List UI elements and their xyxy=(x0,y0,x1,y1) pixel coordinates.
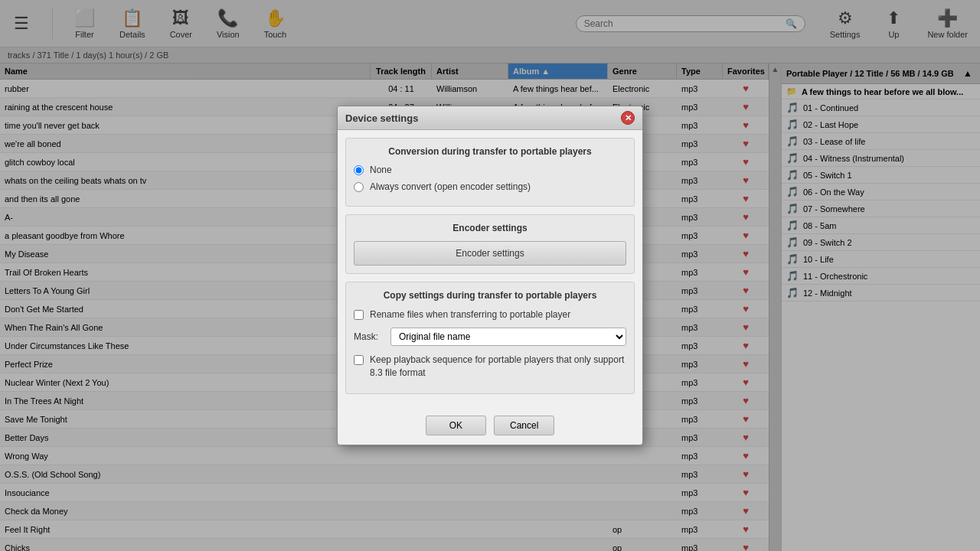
dialog-footer: OK Cancel xyxy=(338,409,642,445)
cancel-button[interactable]: Cancel xyxy=(494,416,554,435)
conversion-section-title: Conversion during transfer to portable p… xyxy=(354,146,626,157)
radio-none-row: None xyxy=(354,165,626,175)
dialog-body: Conversion during transfer to portable p… xyxy=(338,130,642,409)
dialog-overlay: Device settings ✕ Conversion during tran… xyxy=(0,0,980,551)
radio-always-convert-row: Always convert (open encoder settings) xyxy=(354,181,626,192)
keep-checkbox[interactable] xyxy=(354,355,364,365)
dialog-title: Device settings xyxy=(345,112,418,124)
keep-checkbox-label: Keep playback sequence for portable play… xyxy=(370,354,626,380)
dialog-titlebar: Device settings ✕ xyxy=(338,106,642,130)
mask-select[interactable]: Original file name Custom xyxy=(390,328,626,346)
rename-checkbox-label: Rename files when transferring to portab… xyxy=(370,308,570,321)
radio-none-input[interactable] xyxy=(354,165,364,175)
radio-none-label: None xyxy=(370,165,392,175)
device-settings-dialog: Device settings ✕ Conversion during tran… xyxy=(337,106,643,445)
mask-row: Mask: Original file name Custom xyxy=(354,328,626,346)
dialog-close-button[interactable]: ✕ xyxy=(621,111,635,125)
encoder-section-title: Encoder settings xyxy=(354,223,626,233)
copy-section-title: Copy settings during transfer to portabl… xyxy=(354,290,626,301)
keep-checkbox-row: Keep playback sequence for portable play… xyxy=(354,354,626,380)
rename-checkbox[interactable] xyxy=(354,310,364,320)
radio-always-convert-label: Always convert (open encoder settings) xyxy=(370,181,531,192)
rename-checkbox-row: Rename files when transferring to portab… xyxy=(354,308,626,321)
encoder-settings-button[interactable]: Encoder settings xyxy=(354,241,626,266)
ok-button[interactable]: OK xyxy=(426,416,486,435)
conversion-section: Conversion during transfer to portable p… xyxy=(345,138,635,207)
encoder-section: Encoder settings Encoder settings xyxy=(345,214,635,274)
radio-always-convert-input[interactable] xyxy=(354,182,364,192)
copy-section: Copy settings during transfer to portabl… xyxy=(345,282,635,393)
mask-label: Mask: xyxy=(354,331,384,342)
